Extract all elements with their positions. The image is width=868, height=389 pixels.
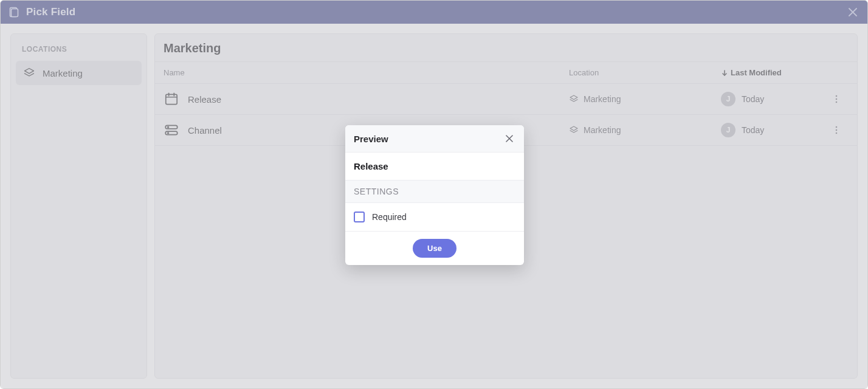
layers-icon — [569, 94, 579, 104]
sidebar-item-marketing[interactable]: Marketing — [16, 61, 142, 85]
popover-close-button[interactable] — [503, 133, 515, 145]
cell-location: Marketing — [569, 125, 721, 135]
row-location: Marketing — [584, 125, 621, 135]
row-modified: Today — [742, 125, 764, 135]
svg-point-21 — [836, 133, 838, 134]
cell-name: Release — [164, 91, 569, 107]
svg-marker-18 — [570, 126, 577, 131]
close-button[interactable] — [846, 5, 860, 19]
svg-point-19 — [836, 126, 838, 128]
row-modified: Today — [742, 94, 764, 104]
column-location[interactable]: Location — [569, 68, 721, 77]
setting-required-row[interactable]: Required — [345, 203, 524, 232]
svg-rect-6 — [166, 94, 177, 104]
column-last-modified[interactable]: Last Modified — [721, 68, 824, 77]
popover-footer: Use — [345, 232, 524, 265]
list-icon — [164, 122, 179, 138]
main-heading: Marketing — [155, 34, 857, 62]
column-header-row: Name Location Last Modified — [155, 62, 857, 84]
row-actions-button[interactable] — [824, 125, 849, 135]
titlebar-title: Pick Field — [26, 6, 846, 18]
date-icon — [164, 91, 179, 107]
sidebar-item-label: Marketing — [43, 68, 83, 78]
titlebar: Pick Field — [1, 1, 867, 24]
column-name[interactable]: Name — [164, 68, 569, 77]
avatar: J — [721, 123, 735, 137]
svg-point-13 — [836, 102, 838, 103]
row-actions-button[interactable] — [824, 94, 849, 104]
sort-desc-icon — [721, 69, 728, 77]
row-location: Marketing — [584, 94, 621, 104]
sidebar-header: LOCATIONS — [16, 43, 142, 61]
svg-marker-10 — [570, 95, 577, 100]
svg-point-17 — [168, 133, 169, 134]
setting-label: Required — [372, 212, 407, 222]
popover-item-name: Release — [345, 153, 524, 180]
layers-icon — [569, 125, 579, 135]
avatar: J — [721, 92, 735, 106]
use-button[interactable]: Use — [413, 239, 456, 258]
sidebar: LOCATIONS Marketing — [10, 33, 147, 379]
record-icon — [8, 6, 20, 18]
preview-popover: Preview Release SETTINGS Required Use — [345, 125, 524, 265]
column-last-modified-label: Last Modified — [731, 68, 782, 77]
cell-location: Marketing — [569, 94, 721, 104]
row-name: Release — [188, 94, 221, 105]
svg-point-11 — [836, 95, 838, 97]
layers-icon — [23, 67, 35, 79]
popover-settings-label: SETTINGS — [345, 180, 524, 203]
svg-point-20 — [836, 129, 838, 131]
cell-modified: J Today — [721, 92, 824, 106]
popover-title: Preview — [354, 134, 388, 144]
svg-point-16 — [168, 126, 169, 128]
table-row[interactable]: Release Marketing J Today — [155, 84, 857, 115]
svg-marker-4 — [25, 69, 34, 74]
cell-modified: J Today — [721, 123, 824, 137]
pick-field-window: Pick Field LOCATIONS Marketing — [0, 0, 868, 389]
svg-point-12 — [836, 98, 838, 100]
popover-header: Preview — [345, 125, 524, 153]
required-checkbox[interactable] — [354, 212, 365, 222]
row-name: Channel — [188, 125, 222, 136]
svg-rect-1 — [12, 9, 18, 17]
